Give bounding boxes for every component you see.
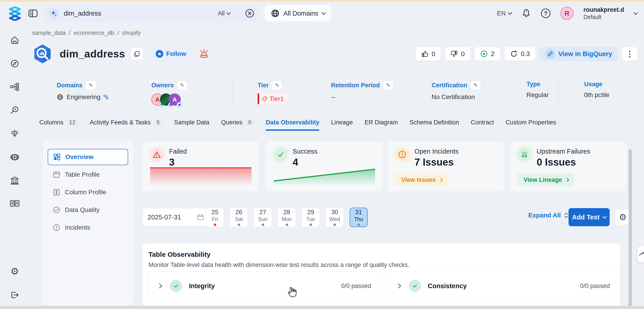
tab-count-badge: 5	[154, 119, 162, 126]
breadcrumb-item[interactable]: shopify	[122, 30, 141, 37]
avatar[interactable]: R	[560, 7, 574, 20]
clear-search-icon[interactable]	[245, 9, 254, 18]
follow-button[interactable]: ★ Follow	[151, 47, 191, 60]
day-chip-27[interactable]: 27 Sun	[254, 208, 272, 227]
more-options-button[interactable]: ⋮	[622, 47, 638, 61]
view-in-bigquery-button[interactable]: View in BigQuery	[540, 47, 618, 61]
user-menu[interactable]: rounakpreet.d Default	[584, 6, 624, 21]
sidebar-toggle-icon[interactable]	[28, 9, 38, 18]
tab-columns[interactable]: Columns12	[39, 114, 78, 130]
edit-owners-icon[interactable]: ✎	[177, 81, 187, 90]
view-issues-button[interactable]: View Issues	[396, 173, 448, 186]
integrity-accordion[interactable]: Integrity 0/0 passed	[148, 271, 381, 300]
vertical-scrollbar[interactable]	[629, 149, 632, 309]
subnav-item-incidents[interactable]: Incidents	[48, 219, 128, 236]
subnav-item-table-profile[interactable]: Table Profile	[48, 166, 128, 183]
tab-queries[interactable]: Queries0	[221, 114, 254, 130]
subnav-item-overview[interactable]: Overview	[48, 149, 128, 165]
nav-explore-icon[interactable]	[10, 59, 19, 68]
alert-circle-icon	[53, 224, 60, 231]
user-workspace: Default	[584, 14, 624, 21]
owner-avatars[interactable]: A A	[152, 93, 181, 106]
day-chip-28[interactable]: 28 Mon	[278, 208, 296, 227]
tab-contract[interactable]: Contract	[471, 114, 494, 130]
test-settings-button[interactable]: ⚙	[615, 209, 630, 225]
type-label: Type	[526, 81, 540, 88]
global-search[interactable]: dim_address All	[43, 5, 260, 22]
subnav-item-column-profile[interactable]: Column Profile	[48, 184, 128, 200]
copy-name-icon[interactable]	[131, 48, 143, 60]
tier-label: Tier	[258, 82, 269, 89]
status-dot-red	[214, 223, 216, 226]
domains-filter-value: All Domains	[283, 10, 318, 17]
date-picker[interactable]: 2025-07-31	[142, 208, 209, 226]
metadata-band: Domains ✎ Engineering Owners ✎ A A Tier …	[28, 77, 639, 107]
expand-all-button[interactable]: Expand All	[528, 212, 568, 219]
nav-governance-icon[interactable]	[10, 176, 20, 185]
passed-check-icon	[409, 280, 421, 292]
subnav-label: Overview	[65, 153, 94, 161]
day-chip-25[interactable]: 25 Fri	[206, 208, 224, 227]
nav-glossary-icon[interactable]	[10, 199, 20, 208]
downvote-button[interactable]: 0	[445, 47, 470, 61]
failed-trend-chart	[150, 167, 252, 186]
bottom-scrollbar-track[interactable]	[0, 306, 644, 309]
search-scope-dropdown[interactable]: All	[218, 10, 230, 17]
add-test-button[interactable]: Add Test	[568, 208, 610, 226]
chevron-down-icon[interactable]	[634, 11, 638, 15]
day-chip-31-selected[interactable]: 31 Thu	[350, 208, 368, 227]
edit-retention-icon[interactable]: ✎	[383, 81, 394, 90]
breadcrumb-item[interactable]: ecommerce_db	[74, 30, 114, 37]
language-dropdown[interactable]: EN	[497, 10, 512, 17]
alert-siren-icon[interactable]	[198, 48, 210, 60]
subnav-item-data-quality[interactable]: Data Quality	[48, 202, 128, 218]
usage-label: Usage	[584, 81, 602, 88]
nav-observability-icon[interactable]	[10, 106, 20, 115]
tab-er-diagram[interactable]: ER Diagram	[364, 114, 398, 130]
upstream-value: 0 Issues	[537, 157, 590, 168]
tab-label: Queries	[221, 119, 242, 126]
edit-certification-icon[interactable]: ✎	[470, 81, 481, 90]
day-of-week: Fri	[212, 216, 218, 222]
domain-value[interactable]: Engineering	[67, 93, 100, 101]
thumbs-up-icon	[421, 50, 428, 58]
all-domains-filter[interactable]: All Domains	[265, 5, 331, 22]
tab-lineage[interactable]: Lineage	[331, 114, 353, 130]
edit-tier-icon[interactable]: ✎	[272, 81, 282, 90]
tab-activity-feeds[interactable]: Activity Feeds & Tasks5	[90, 114, 162, 130]
version-value: 0.3	[521, 50, 530, 58]
tab-data-observability[interactable]: Data Observability	[266, 114, 319, 130]
view-lineage-button[interactable]: View Lineage	[518, 173, 574, 186]
tier-tag[interactable]: Tier1	[258, 93, 288, 104]
nav-settings-icon[interactable]: ⚙	[10, 267, 19, 276]
nav-domains-icon[interactable]	[10, 153, 20, 162]
tab-custom-properties[interactable]: Custom Properties	[506, 114, 556, 130]
watchers-button[interactable]: 2	[474, 47, 500, 61]
nav-lineage-icon[interactable]	[10, 82, 20, 91]
app-logo[interactable]	[7, 6, 23, 21]
columns-icon	[53, 188, 60, 196]
nav-insights-icon[interactable]	[10, 129, 20, 138]
owner-avatar[interactable]: A	[168, 93, 181, 106]
edit-domains-icon[interactable]: ✎	[86, 81, 96, 90]
breadcrumb-item[interactable]: sample_data	[32, 30, 66, 37]
nav-logout-icon[interactable]	[10, 290, 20, 299]
day-chip-29[interactable]: 29 Tue	[302, 208, 320, 227]
day-chip-30[interactable]: 30 Wed	[326, 208, 344, 227]
globe-icon	[271, 9, 280, 18]
section-subtitle: Monitor Table-level data health with dim…	[148, 261, 614, 268]
tab-sample-data[interactable]: Sample Data	[174, 114, 209, 130]
day-chip-26[interactable]: 26 Sat	[230, 208, 248, 227]
version-button[interactable]: 0.3	[504, 47, 536, 61]
search-input[interactable]: dim_address	[64, 10, 213, 17]
tab-schema-definition[interactable]: Schema Definition	[410, 114, 459, 130]
status-dot-gray	[286, 223, 288, 226]
upvote-button[interactable]: 0	[416, 47, 441, 61]
metadata-retention: Retention Period ✎ --	[306, 77, 406, 107]
notifications-bell-icon[interactable]	[522, 8, 531, 18]
help-icon[interactable]: ?	[541, 9, 550, 18]
success-title: Success	[292, 148, 318, 155]
consistency-accordion[interactable]: Consistency 0/0 passed	[387, 271, 620, 300]
edge-floating-button[interactable]	[637, 246, 644, 262]
nav-home-icon[interactable]	[10, 36, 19, 45]
